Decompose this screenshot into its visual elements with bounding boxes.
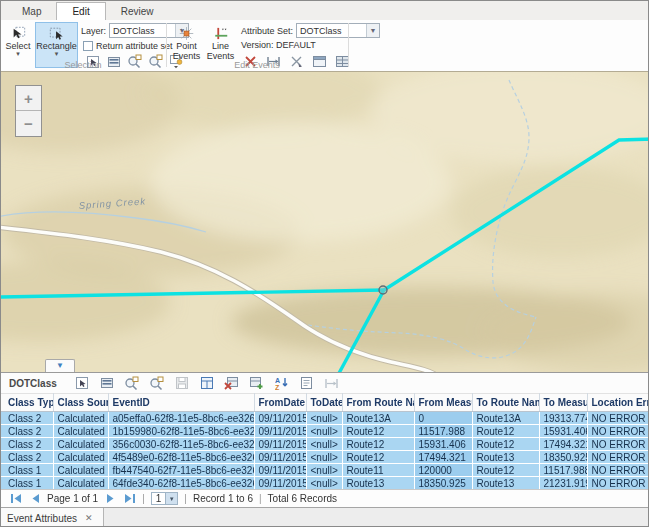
map-zoom-control: + − [15,85,42,137]
basemap: Spring Creek [1,72,649,372]
show-all-rows-icon[interactable] [99,375,115,391]
table-cell: <null> [306,425,342,438]
table-row[interactable]: Class 2Calculated4f5489e0-62f8-11e5-8bc6… [1,451,649,464]
ribbon-tab-bar: Map Edit Review [1,1,648,20]
record-range-label: Record 1 to 6 [193,493,253,504]
delete-selected-icon[interactable] [224,375,240,391]
select-tool-icon[interactable] [74,375,90,391]
column-header[interactable]: FromDate [254,394,306,412]
line-events-label: Line Events [205,41,236,61]
table-cell: Route12 [472,438,539,451]
sort-icon[interactable]: AZ [274,375,290,391]
edit-events-group-label: Edit Events [167,60,347,70]
table-cell: Calculated [53,477,108,490]
first-page-button[interactable] [9,493,22,504]
table-row[interactable]: Class 2Calculated356c0030-62f8-11e5-8bc6… [1,438,649,451]
table-cell: Calculated [53,412,108,425]
table-cell: Class 1 [1,464,53,477]
page-number-value: 1 [152,493,166,504]
save-icon[interactable] [174,375,190,391]
zoom-out-button[interactable]: − [16,111,41,136]
column-header[interactable]: ToDate [306,394,342,412]
table-cell: Class 2 [1,425,53,438]
column-header[interactable]: From Route Name [342,394,414,412]
collapse-arrow-icon: ▼ [56,362,64,370]
table-row[interactable]: Class 1Calculated64fde340-62f8-11e5-8bc6… [1,477,649,490]
rectangle-select-icon [49,26,64,41]
event-attributes-tab-label: Event Attributes [7,513,77,524]
route-junction-marker [379,286,387,294]
ribbon: Select ▾ Rectangle ▾ Layer: DOTClass ▼ R… [1,20,648,72]
table-cell: 4f5489e0-62f8-11e5-8bc6-ee32641d5ec9 [108,451,254,464]
next-page-button[interactable] [104,493,117,504]
switch-selection-icon[interactable] [199,375,215,391]
collapse-panel-button[interactable]: ▼ [45,359,75,372]
table-row[interactable]: Class 2Calculateda05effa0-62f8-11e5-8bc6… [1,412,649,425]
measure-icon[interactable] [324,375,340,391]
column-header[interactable]: To Route Name [472,394,539,412]
chevron-down-icon: ▼ [366,24,379,37]
table-cell: <null> [306,464,342,477]
attribute-set-value: DOTClass [297,26,366,36]
previous-page-button[interactable] [28,493,41,504]
attribute-set-dropdown[interactable]: DOTClass ▼ [296,23,380,38]
add-record-icon[interactable] [249,375,265,391]
table-cell: NO ERROR [587,451,649,464]
table-cell: NO ERROR [587,477,649,490]
page-number-dropdown[interactable]: 1 ▼ [151,492,179,505]
table-cell: 09/11/2015 [254,438,306,451]
event-table: Class TypeClass SourceEventIDFromDateToD… [1,393,649,490]
return-attribute-set-checkbox[interactable] [83,41,93,51]
chevron-down-icon: ▼ [165,493,177,504]
column-header[interactable]: Class Type [1,394,53,412]
table-cell: Route11 [342,464,414,477]
table-cell: Route12 [342,451,414,464]
total-records-label: Total 6 Records [268,493,337,504]
column-header[interactable]: Class Source [53,394,108,412]
table-row[interactable]: Class 1Calculatedfb447540-62f7-11e5-8bc6… [1,464,649,477]
table-cell: 11517.988 [539,464,587,477]
zoom-in-button[interactable]: + [16,86,41,111]
panel-title: DOTClass [9,378,57,389]
version-label: Version: DEFAULT [241,40,316,50]
column-header[interactable]: Location Error [587,394,649,412]
column-header[interactable]: To Measure [539,394,587,412]
map-canvas[interactable]: Spring Creek + − ▼ [1,72,649,372]
column-header[interactable]: From Measure [414,394,472,412]
tab-map[interactable]: Map [7,3,56,20]
table-cell: NO ERROR [587,438,649,451]
table-cell: 64fde340-62f8-11e5-8bc6-ee32641d5ec9 [108,477,254,490]
table-cell: 18350.925 [539,451,587,464]
table-cell: NO ERROR [587,412,649,425]
separator: | [184,493,187,504]
table-cell: 1b159980-62f8-11e5-8bc6-ee32641d5ec9 [108,425,254,438]
table-cell: Route13 [342,477,414,490]
tab-edit[interactable]: Edit [56,2,105,20]
close-icon[interactable]: ✕ [85,513,93,523]
point-events-label: Point Events [171,41,202,61]
table-cell: 09/11/2015 [254,412,306,425]
pan-to-selected-icon[interactable] [149,375,165,391]
table-cell: Calculated [53,438,108,451]
tab-event-attributes[interactable]: Event Attributes ✕ [1,508,104,527]
version-text: Version: DEFAULT [241,40,316,50]
table-cell: 09/11/2015 [254,477,306,490]
attribute-panel-toolbar: DOTClass AZ [1,372,648,393]
table-cell: 09/11/2015 [254,451,306,464]
table-cell: a05effa0-62f8-11e5-8bc6-ee32641d5ec9 [108,412,254,425]
last-page-button[interactable] [123,493,136,504]
svg-text:A: A [275,377,280,384]
table-row[interactable]: Class 2Calculated1b159980-62f8-11e5-8bc6… [1,425,649,438]
column-header[interactable]: EventID [108,394,254,412]
table-cell: 17494.321 [414,451,472,464]
return-attribute-set-label: Return attribute set [96,41,173,51]
chevron-down-icon: ▾ [16,51,20,57]
zoom-to-selected-icon[interactable] [124,375,140,391]
table-cell: Route12 [472,464,539,477]
table-cell: <null> [306,412,342,425]
table-cell: 0 [414,412,472,425]
tab-review[interactable]: Review [106,3,169,20]
chevron-down-icon: ▾ [55,51,59,57]
table-cell: 09/11/2015 [254,425,306,438]
open-form-icon[interactable] [299,375,315,391]
